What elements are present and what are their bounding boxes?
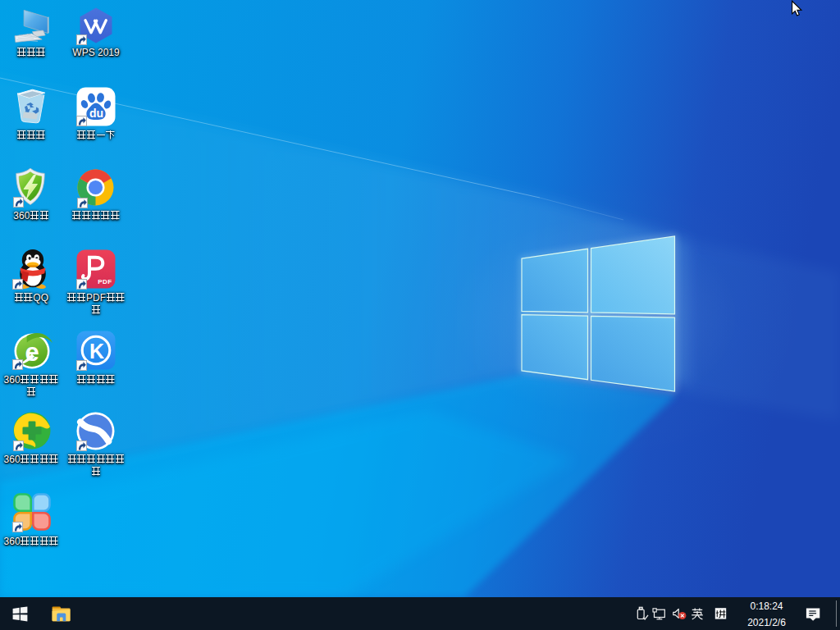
svg-text:du: du [89,107,103,120]
svg-text:K: K [89,340,104,363]
svg-text:e: e [25,338,39,367]
svg-text:PDF: PDF [98,278,112,285]
